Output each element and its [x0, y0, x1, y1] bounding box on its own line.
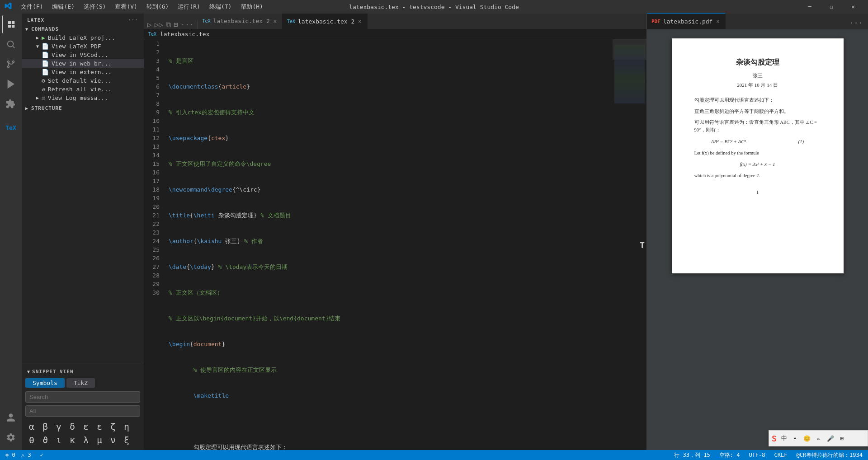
structure-section[interactable]: ▶ STRUCTURE [22, 104, 144, 113]
file-icon: 📄 [42, 52, 49, 58]
symbol-gamma[interactable]: γ [52, 420, 65, 433]
run-icon[interactable]: ▷ [147, 20, 152, 29]
tex-file-icon: TeX [287, 19, 295, 24]
snippet-filter-input[interactable] [25, 405, 140, 417]
sidebar-item-viewlog[interactable]: ▶ ≡ View Log messa... [22, 94, 144, 102]
minimize-button[interactable]: ─ [799, 0, 820, 14]
symbol-iota[interactable]: ι [52, 434, 65, 446]
activity-settings[interactable] [2, 428, 20, 446]
ime-dot[interactable]: • [792, 434, 799, 443]
snippet-view-header: ▼ SNIPPET VIEW [25, 367, 140, 378]
menu-view[interactable]: 查看(V) [111, 2, 141, 12]
viewpdf-chevron: ▼ [36, 44, 39, 49]
pdf-tab[interactable]: PDF latexbasic.pdf ✕ [647, 13, 726, 29]
menu-run[interactable]: 运行(R) [174, 2, 203, 12]
status-spaces[interactable]: 空格: 4 [717, 451, 742, 459]
run-all-icon[interactable]: ▷▷ [155, 20, 163, 29]
code-editor[interactable]: % 是言区 \documentclass{article} % 引入ctex的宏… [164, 39, 613, 450]
sidebar-item-refresh[interactable]: ↺ Refresh all vie... [22, 85, 144, 94]
commands-chevron: ▼ [25, 27, 28, 32]
menu-goto[interactable]: 转到(G) [143, 2, 172, 12]
ime-draw[interactable]: ✏ [815, 434, 822, 443]
pdf-date: 2021 年 10 月 14 日 [694, 81, 821, 89]
sidebar-item-viewvscode[interactable]: 📄 View in VSCod... [22, 51, 144, 59]
symbol-lambda[interactable]: λ [80, 434, 92, 446]
code-line-6: \newcommand\degree{^\circ} [169, 185, 613, 194]
ime-emoji[interactable]: 😊 [802, 434, 812, 443]
symbol-epsilon2[interactable]: ε [93, 420, 106, 433]
symbol-alpha[interactable]: α [25, 420, 38, 433]
more-icon[interactable]: ··· [181, 20, 194, 29]
sidebar-item-setdefault[interactable]: ⚙ Set default vie... [22, 76, 144, 85]
status-errors[interactable]: ⊗ 0 △ 3 [4, 452, 33, 458]
code-line-13: .......% 使导言区的内容在正文区显示 [169, 366, 613, 374]
symbol-theta1[interactable]: θ [25, 434, 38, 446]
tab-close-active-icon[interactable]: ✕ [357, 17, 362, 25]
code-line-4: \usepackage{ctex} [169, 134, 613, 142]
tab-tikz[interactable]: TikZ [66, 378, 95, 388]
split-icon[interactable]: ⧉ [166, 20, 171, 29]
activity-account[interactable] [2, 408, 20, 427]
menu-file[interactable]: 文件(F) [17, 2, 47, 12]
symbol-mu[interactable]: μ [93, 434, 106, 446]
ime-logo: S [772, 434, 777, 443]
symbol-beta[interactable]: β [39, 420, 52, 433]
snippet-tabs: Symbols TikZ [25, 378, 140, 388]
sidebar-item-viewpdf[interactable]: ▼ 📄 View LaTeX PDF [22, 42, 144, 51]
symbol-eta[interactable]: η [120, 420, 133, 433]
sidebar-item-build[interactable]: ▶ ▶ Build LaTeX proj... [22, 33, 144, 42]
ime-chinese[interactable]: 中 [779, 433, 789, 443]
status-position[interactable]: 行 33，列 15 [672, 451, 712, 459]
ime-toolbar: S 中 • 😊 ✏ 🎤 ⊞ [769, 430, 868, 446]
build-chevron: ▶ [36, 35, 39, 40]
menu-help[interactable]: 帮助(H) [237, 2, 266, 12]
commands-section[interactable]: ▼ COMMANDS [22, 25, 144, 33]
layout-icon[interactable]: ⊟ [174, 20, 178, 29]
activity-search[interactable] [2, 35, 20, 53]
sidebar: LATEX ··· ▼ COMMANDS ▶ ▶ Build LaTeX pro… [22, 14, 144, 450]
editor-tab-latexbasic[interactable]: TeX latexbasic.tex 2 ✕ [198, 14, 283, 29]
activity-source-control[interactable] [2, 55, 20, 73]
activity-run[interactable] [2, 75, 20, 93]
pdf-more-icon[interactable]: ··· [848, 17, 864, 29]
pdf-para4: Let f(x) be defined by the formule [694, 150, 821, 157]
pdf-title: 杂谈勾股定理 [694, 56, 821, 68]
pdf-para3: 可以用符号语言表述为：设直角三角形 ABC，其中 ∠C = 90°，则有： [694, 119, 821, 134]
symbol-xi[interactable]: ξ [120, 434, 133, 446]
status-check[interactable]: ✓ [38, 452, 45, 458]
symbol-zeta[interactable]: ζ [107, 420, 119, 433]
symbol-theta2[interactable]: ϑ [39, 434, 52, 446]
activity-explorer[interactable] [2, 15, 20, 33]
maximize-button[interactable]: ☐ [821, 0, 842, 14]
editor-tab-active[interactable]: TeX latexbasic.tex 2 ✕ [283, 14, 368, 29]
activity-extensions[interactable] [2, 95, 20, 113]
editor-content[interactable]: 1 2 3 4 5 6 7 8 9 10 11 12 13 14 15 16 1… [144, 39, 646, 450]
symbol-nu[interactable]: ν [107, 434, 119, 446]
menu-edit[interactable]: 编辑(E) [48, 2, 78, 12]
pdf-icon: PDF [651, 19, 660, 24]
status-language[interactable]: @CR粤特拉德行的编：1934 [794, 451, 864, 459]
status-encoding[interactable]: UTF-8 [747, 452, 767, 458]
close-button[interactable]: ✕ [843, 0, 863, 14]
sidebar-item-viewexternal[interactable]: 📄 View in extern... [22, 68, 144, 76]
code-line-7: \title{\heiti 杂谈勾股定理} % 文档题目 [169, 211, 613, 220]
menu-terminal[interactable]: 终端(T) [206, 2, 235, 12]
activity-latex[interactable]: TeX [2, 118, 20, 136]
menu-select[interactable]: 选择(S) [80, 2, 109, 12]
ime-voice[interactable]: 🎤 [825, 434, 836, 443]
tab-close-icon[interactable]: ✕ [273, 17, 278, 25]
tab-symbols[interactable]: Symbols [25, 378, 65, 388]
code-line-8: \author{\kaishu 张三} % 作者 [169, 237, 613, 245]
sidebar-more-icon[interactable]: ··· [128, 17, 138, 23]
sidebar-item-viewweb[interactable]: 📄 View in web br... [22, 59, 144, 68]
ime-grid[interactable]: ⊞ [839, 434, 846, 443]
symbol-epsilon1[interactable]: ε [80, 420, 92, 433]
symbol-kappa[interactable]: κ [66, 434, 79, 446]
snippet-search-input[interactable] [25, 391, 140, 403]
title-bar-left: 文件(F) 编辑(E) 选择(S) 查看(V) 转到(G) 运行(R) 终端(T… [5, 2, 267, 12]
status-eol[interactable]: CRLF [773, 452, 789, 458]
symbol-delta[interactable]: δ [66, 420, 79, 433]
svg-rect-3 [12, 25, 14, 28]
code-line-16: .......勾股定理可以用现代语言表述如下： [169, 443, 613, 450]
pdf-tab-close-icon[interactable]: ✕ [715, 17, 720, 25]
